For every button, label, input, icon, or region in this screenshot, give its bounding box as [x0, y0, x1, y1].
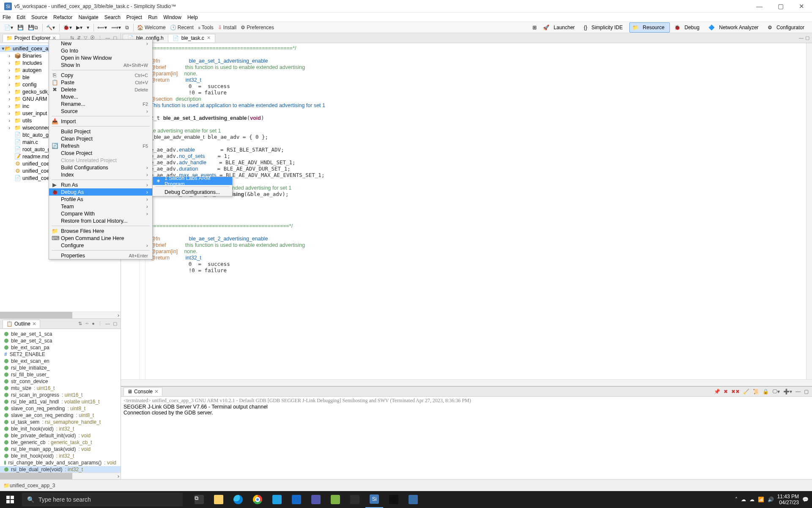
taskbar-app3[interactable]	[385, 491, 403, 508]
con-scroll-icon[interactable]: 📜	[752, 389, 760, 395]
outline-item[interactable]: rsi_ble_main_app_task(void): void	[0, 446, 121, 453]
persp-config[interactable]: ⚙Configurator	[765, 23, 809, 32]
tb-welcome[interactable]: 🏠Welcome	[135, 24, 167, 31]
outline-tree[interactable]: ble_ae_set_1_scable_ae_set_2_scable_ext_…	[0, 329, 121, 472]
outline-tab[interactable]: 📋 Outline ✕	[3, 320, 40, 328]
outline-hscroll[interactable]: ›	[0, 472, 121, 479]
maximize-button[interactable]: ▢	[774, 3, 787, 10]
taskbar-app2[interactable]	[346, 491, 364, 508]
outline-hide-icon[interactable]: ●	[91, 321, 96, 326]
menu-navigate[interactable]: Navigate	[78, 14, 98, 20]
taskbar-app1[interactable]	[326, 491, 344, 508]
ctx-build-configurations[interactable]: Build Configurations›	[49, 164, 152, 171]
ctx-restore-from-local-history-[interactable]: Restore from Local History...	[49, 217, 152, 224]
ctx-run-as[interactable]: ▶Run As›	[49, 181, 152, 188]
outline-item[interactable]: rsi_ble_att1_val_hndl: volatile uint16_t	[0, 398, 121, 405]
ctx-show-in[interactable]: Show InAlt+Shift+W	[49, 61, 152, 69]
menu-edit[interactable]: Edit	[16, 14, 25, 20]
outline-filter-icon[interactable]: ⩪	[84, 321, 90, 326]
ctx-open-command-line-here[interactable]: ⌨Open Command Line Here	[49, 235, 152, 242]
tb-run[interactable]: ▶▾	[74, 24, 84, 31]
tray-chevron-icon[interactable]: ˄	[735, 497, 738, 502]
ctx-source[interactable]: Source›	[49, 108, 152, 115]
con-pin-icon[interactable]: 📌	[713, 389, 721, 395]
code-editor[interactable]: 734769 /*===============================…	[121, 43, 812, 379]
taskbar-search[interactable]: 🔍 Type here to search	[22, 493, 183, 506]
subctx-item[interactable]: ✶1 Silicon Labs ARM Program	[153, 177, 232, 185]
tray-notifications-icon[interactable]: 💬	[802, 497, 809, 502]
tray-weather-icon[interactable]: ☁	[741, 497, 746, 502]
ctx-new[interactable]: New›	[49, 40, 152, 47]
persp-debug[interactable]: 🐞Debug	[672, 23, 705, 32]
ctx-debug-as[interactable]: 🐞Debug As›	[49, 188, 152, 196]
ctx-open-in-new-window[interactable]: Open in New Window	[49, 54, 152, 61]
close-button[interactable]: ✕	[796, 3, 808, 10]
taskbar-app4[interactable]	[404, 491, 422, 508]
taskbar-simplicity[interactable]: Si	[365, 491, 383, 508]
ctx-compare-with[interactable]: Compare With›	[49, 210, 152, 217]
outline-item[interactable]: ui_task_sem: rsi_semaphore_handle_t	[0, 419, 121, 425]
outline-item[interactable]: rsi_ble_dual_role(void): int32_t	[0, 466, 121, 472]
tb-save[interactable]: 💾	[16, 24, 25, 31]
con-open-icon[interactable]: ➕▾	[782, 389, 793, 395]
ctx-browse-files-here[interactable]: 📁Browse Files Here	[49, 227, 152, 235]
console-body[interactable]: <terminated> unified_coex_app_3 GNU ARM …	[121, 397, 812, 479]
subctx-item[interactable]: Debug Configurations...	[153, 188, 232, 196]
con-min-icon[interactable]: —	[795, 389, 801, 395]
ctx-index[interactable]: Index›	[49, 171, 152, 178]
con-remove-icon[interactable]: ✖	[723, 389, 729, 395]
taskbar-teams[interactable]	[307, 491, 325, 508]
menu-refactor[interactable]: Refactor	[53, 14, 72, 20]
taskbar-vscode[interactable]	[268, 491, 286, 508]
outline-min-icon[interactable]: —	[104, 321, 111, 326]
ctx-properties[interactable]: PropertiesAlt+Enter	[49, 252, 152, 259]
ctx-close-project[interactable]: Close Project	[49, 149, 152, 157]
taskbar-chrome[interactable]	[249, 491, 266, 508]
taskbar-taskview[interactable]: ⧉	[190, 491, 208, 508]
con-lock-icon[interactable]: 🔒	[762, 389, 770, 395]
outline-item[interactable]: slave_ae_con_req_pending: uint8_t	[0, 412, 121, 419]
ctx-copy[interactable]: ⎘CopyCtrl+C	[49, 72, 152, 79]
ed-min-icon[interactable]: —	[799, 35, 804, 41]
outline-item[interactable]: rsi_scan_in_progress: uint16_t	[0, 392, 121, 398]
outline-item[interactable]: ble_init_hook(void): int32_t	[0, 425, 121, 432]
outline-item[interactable]: ble_ae_set_1_sca	[0, 331, 121, 337]
ctx-clean-project[interactable]: Clean Project	[49, 135, 152, 142]
tb-prefs[interactable]: ⚙Preferences	[239, 24, 276, 31]
menu-source[interactable]: Source	[31, 14, 47, 20]
tray-clock[interactable]: 11:43 PM 04/27/23	[777, 494, 799, 505]
ctx-profile-as[interactable]: Profile As›	[49, 196, 152, 203]
close-tab-icon[interactable]: ✕	[207, 35, 211, 41]
tray-onedrive-icon[interactable]: ☁	[749, 497, 754, 502]
tb-tools[interactable]: ⩷Tools	[196, 24, 215, 31]
taskbar-edge[interactable]	[229, 491, 247, 508]
taskbar-explorer[interactable]	[210, 491, 228, 508]
ctx-refresh[interactable]: 🔄RefreshF5	[49, 142, 152, 149]
tab-ble-task[interactable]: 📄 ble_task.c ✕	[168, 34, 215, 42]
tb-install[interactable]: ⇩Install	[216, 24, 238, 31]
ctx-configure[interactable]: Configure›	[49, 242, 152, 249]
tb-build[interactable]: 🔨▾	[44, 24, 57, 31]
persp-resource[interactable]: 📁Resource	[629, 22, 670, 33]
outline-menu-icon[interactable]: ⋮	[97, 321, 103, 326]
con-max-icon[interactable]: ▢	[803, 389, 809, 395]
minimap-bar[interactable]	[806, 43, 812, 379]
con-display-icon[interactable]: 🖵▾	[771, 389, 781, 395]
tb-profile[interactable]: ▾	[85, 24, 91, 31]
outline-item[interactable]: rsi_ble_initialize_	[0, 364, 121, 371]
outline-item[interactable]: rsi_fill_ble_user_	[0, 371, 121, 378]
tb-open-pers[interactable]: ⧉	[123, 24, 131, 31]
taskbar-outlook[interactable]	[288, 491, 305, 508]
outline-item[interactable]: ble_init_hook(void): int32_t	[0, 453, 121, 459]
ctx-rename-[interactable]: Rename...F2	[49, 100, 152, 108]
con-clear-icon[interactable]: 🧹	[742, 389, 750, 395]
tb-fwd[interactable]: ⟹▾	[110, 24, 123, 31]
outline-max-icon[interactable]: ▢	[112, 321, 118, 326]
tray-volume-icon[interactable]: 🔊	[768, 497, 774, 502]
persp-simplicity[interactable]: {}Simplicity IDE	[581, 23, 628, 32]
ed-max-icon[interactable]: ▢	[805, 35, 809, 41]
ctx-import[interactable]: 📥Import	[49, 118, 152, 125]
ctx-delete[interactable]: ✖DeleteDelete	[49, 86, 152, 93]
ctx-move-[interactable]: Move...	[49, 93, 152, 100]
ctx-paste[interactable]: 📋PasteCtrl+V	[49, 79, 152, 86]
